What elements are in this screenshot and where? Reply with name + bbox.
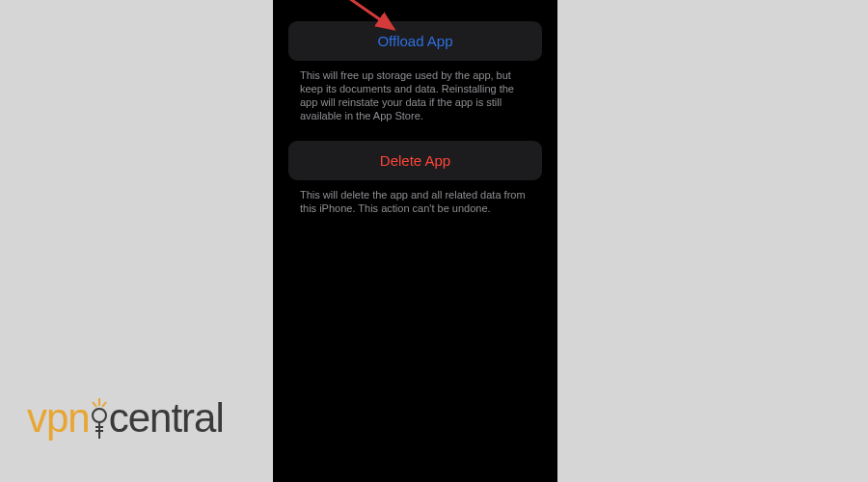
screenshot-stage: Offload App This will free up storage us… (0, 0, 868, 482)
watermark-text-right: central (109, 395, 224, 442)
svg-line-2 (93, 402, 96, 407)
phone-screen: Offload App This will free up storage us… (273, 0, 557, 482)
delete-description: This will delete the app and all related… (285, 180, 546, 221)
svg-line-3 (102, 402, 106, 407)
vpncentral-watermark-logo: vpn central (27, 393, 224, 443)
lightbulb-icon (88, 396, 111, 441)
offload-description: This will free up storage used by the ap… (285, 61, 546, 128)
svg-point-4 (93, 409, 106, 422)
app-storage-settings: Offload App This will free up storage us… (273, 0, 557, 221)
watermark-text-left: vpn (27, 395, 90, 442)
offload-app-button[interactable]: Offload App (288, 21, 542, 61)
delete-app-button[interactable]: Delete App (288, 141, 542, 180)
